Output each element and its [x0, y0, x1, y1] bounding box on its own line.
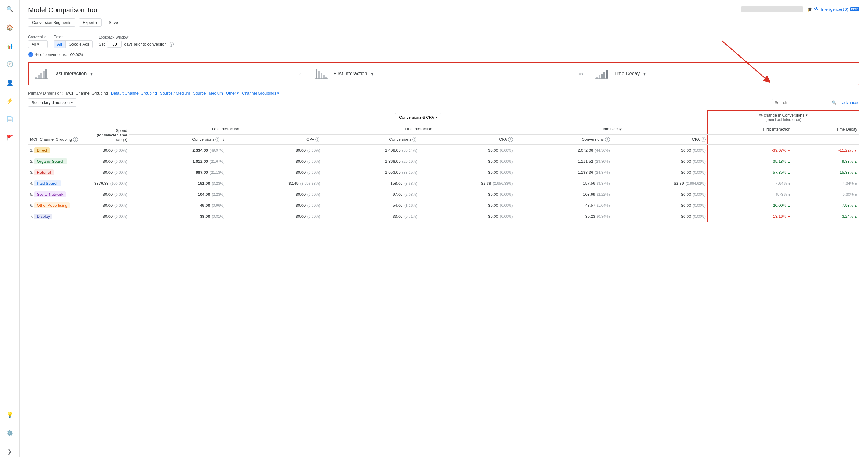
last-interaction-chart-icon: [35, 68, 50, 79]
sidebar-clock[interactable]: 🕐: [4, 59, 15, 70]
search-input[interactable]: [775, 100, 830, 105]
save-button[interactable]: Save: [105, 19, 122, 26]
sidebar-bulb[interactable]: 💡: [4, 409, 15, 420]
row-num-channel: 6. Other Advertising: [28, 200, 89, 211]
sidebar-document[interactable]: 📄: [4, 114, 15, 125]
fi-cpa-cell: $0.00 (0.00%): [419, 189, 515, 200]
row-num-channel: 3. Referral: [28, 167, 89, 178]
td-conv-cell: 103.69 (2.22%): [515, 189, 612, 200]
advanced-link[interactable]: advanced: [842, 100, 860, 105]
pct-change-dropdown-icon[interactable]: ▾: [806, 113, 808, 118]
model-first-interaction-dropdown[interactable]: ▾: [371, 71, 373, 77]
spend-cell: $0.00 (0.00%): [89, 189, 129, 200]
li-cpa-cell: $2.49 (3,093.38%): [226, 178, 322, 189]
sidebar-search[interactable]: 🔍: [4, 4, 15, 15]
spend-cell: $0.00 (0.00%): [89, 156, 129, 167]
intelligence-button[interactable]: 🎓 👁 Intelligence(16) BETA: [807, 6, 860, 12]
row-number: 6.: [30, 203, 33, 208]
td-cpa-help[interactable]: ?: [701, 137, 706, 142]
conversion-segments-button[interactable]: Conversion Segments: [28, 18, 75, 27]
svg-rect-2: [35, 77, 37, 79]
spend-cell: $0.00 (0.00%): [89, 145, 129, 156]
dim-link-medium[interactable]: Medium: [209, 91, 223, 95]
channel-tag[interactable]: Social Network: [34, 191, 66, 197]
channel-tag[interactable]: Organic Search: [34, 158, 67, 164]
time-decay-chart-icon: [595, 68, 610, 79]
export-button[interactable]: Export ▾: [79, 18, 101, 27]
sort-down-icon[interactable]: ↓: [223, 137, 225, 142]
td-conv-help[interactable]: ?: [605, 137, 610, 142]
sidebar-lightning[interactable]: ⚡: [4, 95, 15, 106]
table-row: 4. Paid Search $376.33 (100.00%) 151.00 …: [28, 178, 859, 189]
td-pct-change-cell: 3.24% ▲: [793, 211, 859, 222]
sidebar-user[interactable]: 👤: [4, 77, 15, 88]
row-num-channel: 4. Paid Search: [28, 178, 89, 189]
fi-pct-change-cell: -39.67% ▼: [708, 145, 793, 156]
dim-link-source-medium[interactable]: Source / Medium: [160, 91, 190, 95]
intelligence-eye-icon: 👁: [814, 6, 819, 12]
li-cpa-cell: $0.00 (0.00%): [226, 211, 322, 222]
type-all-button[interactable]: All: [54, 41, 66, 48]
time-decay-group-header: Time Decay: [515, 124, 708, 134]
primary-dim-value: MCF Channel Grouping: [66, 91, 108, 95]
td-pct-change-cell: 7.93% ▲: [793, 200, 859, 211]
dim-link-source[interactable]: Source: [193, 91, 206, 95]
fi-conversions-header: Conversions ?: [322, 134, 419, 145]
secondary-dimension-button[interactable]: Secondary dimension ▾: [28, 98, 76, 107]
channel-tag[interactable]: Paid Search: [34, 181, 61, 186]
channel-tag[interactable]: Referral: [34, 170, 53, 175]
table-row: 3. Referral $0.00 (0.00%) 987.00 (21.13%…: [28, 167, 859, 178]
channel-tag[interactable]: Direct: [34, 147, 50, 153]
row-number: 4.: [30, 181, 33, 186]
fi-conv-help[interactable]: ?: [412, 137, 417, 142]
primary-dim-label: Primary Dimension:: [28, 91, 63, 95]
pie-icon: [28, 52, 34, 57]
mcf-help-icon[interactable]: ?: [73, 137, 78, 142]
fi-pct-change-cell: -6.73% ◆: [708, 189, 793, 200]
svg-rect-4: [40, 73, 42, 79]
sidebar-settings[interactable]: ⚙️: [4, 428, 15, 439]
model-time-decay-dropdown[interactable]: ▾: [643, 71, 646, 77]
row-number: 3.: [30, 170, 33, 175]
fi-cpa-header: CPA ?: [419, 134, 515, 145]
li-conv-cell: 151.00 (3.23%): [129, 178, 226, 189]
intelligence-label: Intelligence(16): [821, 7, 848, 11]
td-pct-change-cell: 4.34% ◆: [793, 178, 859, 189]
dim-link-default[interactable]: Default Channel Grouping: [111, 91, 157, 95]
search-icon[interactable]: 🔍: [832, 100, 837, 105]
model-last-interaction-dropdown[interactable]: ▾: [90, 71, 93, 77]
td-cpa-cell: $0.00 (0.00%): [612, 145, 708, 156]
sidebar-expand[interactable]: ❯: [4, 446, 15, 457]
fi-conv-cell: 158.00 (3.38%): [322, 178, 419, 189]
td-cpa-cell: $0.00 (0.00%): [612, 167, 708, 178]
dim-other-dropdown[interactable]: Other ▾: [226, 91, 239, 95]
lookback-days-input[interactable]: [107, 41, 122, 48]
conv-cpa-group-header: Conversions & CPA ▾: [129, 111, 708, 124]
sidebar-reports[interactable]: 📊: [4, 40, 15, 51]
svg-rect-11: [323, 75, 325, 79]
li-conv-help[interactable]: ?: [215, 137, 220, 142]
fi-cpa-help[interactable]: ?: [508, 137, 513, 142]
td-conversions-header: Conversions ?: [515, 134, 612, 145]
user-account-blurred: [741, 6, 803, 12]
first-interaction-group-header: First Interaction: [322, 124, 515, 134]
sidebar-flag[interactable]: 🚩: [4, 132, 15, 143]
fi-conv-cell: 54.00 (1.16%): [322, 200, 419, 211]
channel-tag[interactable]: Display: [34, 214, 52, 219]
td-pct-change-subheader: Time Decay: [793, 124, 859, 134]
dim-channel-groupings-dropdown[interactable]: Channel Groupings ▾: [242, 91, 279, 95]
li-cpa-help[interactable]: ?: [315, 137, 320, 142]
sidebar-home[interactable]: 🏠: [4, 22, 15, 33]
conversions-pct-row: % of conversions: 100.00%: [28, 52, 860, 57]
conversions-pct-text: % of conversions: 100.00%: [35, 52, 84, 57]
lookback-help-icon[interactable]: ?: [169, 42, 174, 47]
page-title: Model Comparison Tool: [28, 6, 860, 14]
type-google-ads-button[interactable]: Google Ads: [66, 41, 92, 48]
search-box: 🔍: [772, 99, 839, 106]
svg-rect-5: [43, 71, 45, 79]
channel-tag[interactable]: Other Advertising: [34, 203, 70, 208]
fi-cpa-cell: $0.00 (0.00%): [419, 200, 515, 211]
conv-cpa-button[interactable]: Conversions & CPA ▾: [395, 113, 441, 121]
conversion-select[interactable]: All ▾: [28, 40, 48, 48]
table-row: 2. Organic Search $0.00 (0.00%) 1,012.00…: [28, 156, 859, 167]
